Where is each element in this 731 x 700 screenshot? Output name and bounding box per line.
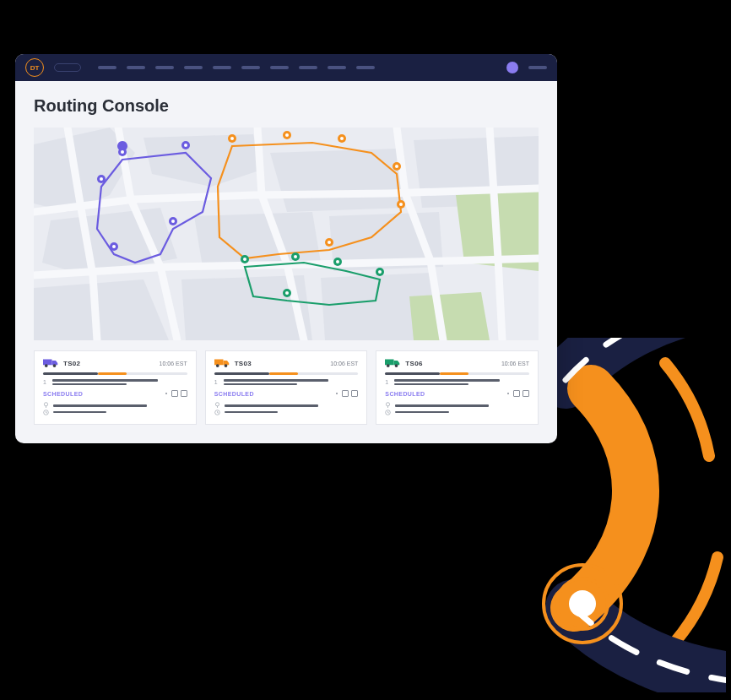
dot-icon	[507, 393, 509, 394]
truck-icon	[385, 358, 400, 368]
svg-point-44	[215, 403, 219, 406]
svg-point-19	[340, 137, 344, 140]
svg-point-15	[230, 137, 234, 140]
svg-point-21	[395, 165, 398, 168]
app-window: DT Routing Console	[15, 54, 557, 443]
brand-logo: DT	[25, 58, 44, 77]
clock-icon	[43, 410, 49, 415]
route-cards: TS02 10:06 EST 1 SCHEDULED	[34, 350, 539, 425]
nav-placeholder	[98, 66, 496, 69]
svg-rect-36	[43, 360, 52, 366]
title-bar: DT	[15, 54, 557, 81]
action-icon[interactable]	[513, 390, 520, 397]
svg-point-13	[100, 177, 103, 181]
svg-point-5	[121, 150, 124, 154]
card-time: 10:06 EST	[330, 361, 358, 366]
svg-point-23	[399, 203, 403, 206]
svg-point-49	[387, 403, 390, 406]
truck-icon	[214, 358, 230, 368]
svg-point-47	[387, 364, 390, 367]
svg-point-25	[328, 241, 331, 244]
svg-point-37	[45, 364, 48, 367]
page-title: Routing Console	[34, 96, 539, 116]
pin-icon	[43, 402, 49, 408]
card-id: TS02	[63, 360, 80, 367]
progress-bar	[385, 372, 529, 375]
action-icon[interactable]	[523, 390, 529, 397]
svg-point-39	[44, 403, 47, 406]
stop-number: 1	[214, 379, 219, 385]
route-card[interactable]: TS03 10:06 EST 1 SCHEDULED	[205, 350, 368, 425]
card-id: TS03	[235, 360, 252, 367]
route-card[interactable]: TS02 10:06 EST 1 SCHEDULED	[34, 350, 197, 425]
svg-rect-41	[214, 360, 224, 366]
svg-point-11	[112, 245, 116, 248]
svg-point-48	[395, 364, 398, 367]
clock-icon	[385, 410, 391, 415]
svg-point-43	[224, 364, 227, 367]
nav-end	[528, 66, 547, 69]
pin-icon	[385, 402, 391, 408]
svg-point-33	[378, 270, 382, 274]
nav-pill[interactable]	[54, 63, 81, 72]
svg-point-38	[53, 364, 57, 367]
clock-icon	[214, 410, 220, 415]
svg-point-42	[216, 364, 219, 367]
route-card[interactable]: TS06 10:06 EST 1 SCHEDULED	[376, 350, 539, 425]
svg-point-17	[285, 133, 289, 137]
action-icon[interactable]	[171, 390, 178, 397]
svg-point-35	[285, 291, 289, 295]
svg-point-31	[336, 260, 339, 263]
svg-point-2	[569, 590, 596, 617]
dot-icon	[336, 393, 338, 394]
status-badge: SCHEDULED	[214, 391, 254, 397]
status-badge: SCHEDULED	[385, 391, 425, 397]
card-time: 10:06 EST	[501, 361, 529, 366]
pin-icon	[214, 402, 220, 408]
card-id: TS06	[405, 360, 422, 367]
status-badge: SCHEDULED	[43, 391, 83, 397]
route-map[interactable]	[34, 128, 539, 340]
dot-icon	[165, 393, 167, 394]
progress-bar	[43, 372, 187, 375]
progress-bar	[214, 372, 359, 375]
truck-icon	[43, 358, 58, 368]
svg-point-7	[184, 144, 187, 147]
stop-number: 1	[385, 379, 390, 385]
card-time: 10:06 EST	[160, 361, 187, 366]
svg-point-27	[243, 258, 246, 261]
svg-point-9	[171, 220, 175, 223]
user-avatar[interactable]	[506, 62, 518, 73]
action-icon[interactable]	[181, 390, 187, 397]
stop-number: 1	[43, 379, 48, 385]
action-icon[interactable]	[351, 390, 358, 397]
svg-rect-46	[385, 360, 394, 366]
svg-point-29	[294, 255, 297, 258]
action-icon[interactable]	[342, 390, 349, 397]
